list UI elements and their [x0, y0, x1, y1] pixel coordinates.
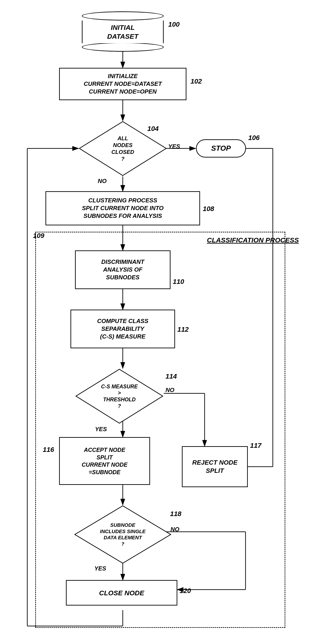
ref-108: 108 [203, 205, 214, 212]
reject-node-split-node: REJECT NODE SPLIT [182, 446, 248, 487]
svg-marker-24 [76, 369, 163, 423]
compute-cs-node: COMPUTE CLASS SEPARABILITY (C-S) MEASURE [70, 310, 175, 348]
initialize-node: INITIALIZE CURRENT NODE=DATASET CURRENT … [59, 68, 186, 100]
clustering-process-label: CLUSTERING PROCESS SPLIT CURRENT NODE IN… [80, 195, 166, 221]
ref-110: 110 [173, 278, 184, 286]
ref-112: 112 [177, 326, 189, 333]
ref-117: 117 [250, 442, 261, 449]
ref-118: 118 [170, 510, 181, 518]
discriminant-analysis-node: DISCRIMINANT ANALYSIS OF SUBNODES [75, 250, 170, 289]
initial-dataset-label: INITIAL DATASET [105, 22, 141, 42]
clustering-process-node: CLUSTERING PROCESS SPLIT CURRENT NODE IN… [45, 191, 200, 225]
close-node-node: CLOSE NODE [66, 580, 177, 606]
yes-label-118: YES [94, 565, 106, 572]
initialize-label: INITIALIZE CURRENT NODE=DATASET CURRENT … [81, 71, 164, 97]
svg-marker-25 [75, 506, 171, 563]
accept-node-split-node: ACCEPT NODE SPLIT CURRENT NODE =SUBNODE [59, 437, 150, 485]
accept-node-split-label: ACCEPT NODE SPLIT CURRENT NODE =SUBNODE [79, 445, 130, 477]
yes-label-104: YES [168, 143, 180, 150]
stop-label: STOP [209, 142, 233, 154]
cs-threshold-node: C-S MEASURE > THRESHOLD ? [75, 368, 164, 424]
reject-node-split-label: REJECT NODE SPLIT [190, 457, 240, 476]
classification-process-region [35, 232, 285, 628]
classification-process-label: CLASSIFICATION PROCESS [207, 236, 299, 244]
stop-node: STOP [196, 139, 246, 158]
discriminant-analysis-label: DISCRIMINANT ANALYSIS OF SUBNODES [99, 257, 147, 282]
close-node-label: CLOSE NODE [97, 587, 147, 599]
ref-120: 120 [180, 587, 191, 594]
compute-cs-label: COMPUTE CLASS SEPARABILITY (C-S) MEASURE [95, 316, 151, 342]
yes-label-114: YES [95, 426, 107, 433]
initial-dataset-node: INITIAL DATASET [82, 12, 164, 52]
ref-116: 116 [43, 446, 54, 454]
no-label-104: NO [98, 178, 107, 184]
ref-100: 100 [168, 20, 180, 28]
no-label-118: NO [170, 526, 179, 533]
ref-104: 104 [147, 125, 159, 132]
diagram: INITIAL DATASET 100 INITIALIZE CURRENT N… [0, 0, 321, 644]
ref-102: 102 [190, 78, 202, 85]
subnode-single-node: SUBNODE INCLUDES SINGLE DATA ELEMENT ? [74, 505, 172, 564]
ref-106: 106 [248, 134, 260, 142]
ref-114: 114 [165, 372, 177, 380]
ref-109: 109 [33, 232, 44, 240]
no-label-114: NO [165, 386, 174, 394]
